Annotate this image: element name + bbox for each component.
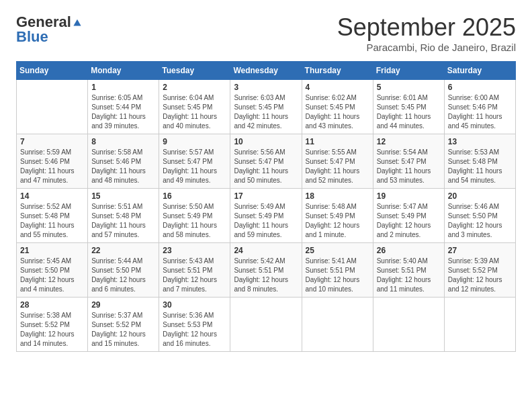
calendar-cell: 30Sunrise: 5:36 AMSunset: 5:53 PMDayligh… bbox=[159, 298, 230, 352]
day-number: 6 bbox=[448, 83, 512, 92]
day-number: 14 bbox=[20, 191, 84, 201]
day-number: 24 bbox=[234, 246, 298, 255]
logo-icon bbox=[73, 17, 82, 27]
calendar-week-row: 28Sunrise: 5:38 AMSunset: 5:52 PMDayligh… bbox=[17, 298, 516, 352]
calendar-cell: 16Sunrise: 5:50 AMSunset: 5:49 PMDayligh… bbox=[159, 189, 230, 243]
calendar-cell: 21Sunrise: 5:45 AMSunset: 5:50 PMDayligh… bbox=[17, 243, 88, 298]
day-number: 7 bbox=[20, 137, 84, 146]
day-info: Sunrise: 5:47 AMSunset: 5:49 PMDaylight:… bbox=[377, 202, 441, 240]
day-info: Sunrise: 6:02 AMSunset: 5:45 PMDaylight:… bbox=[306, 93, 369, 131]
calendar-cell: 23Sunrise: 5:43 AMSunset: 5:51 PMDayligh… bbox=[159, 243, 230, 298]
day-number: 12 bbox=[377, 137, 441, 146]
day-info: Sunrise: 5:56 AMSunset: 5:47 PMDaylight:… bbox=[234, 148, 298, 185]
day-number: 8 bbox=[91, 137, 155, 146]
calendar-week-row: 7Sunrise: 5:59 AMSunset: 5:46 PMDaylight… bbox=[17, 134, 516, 189]
calendar-cell: 29Sunrise: 5:37 AMSunset: 5:52 PMDayligh… bbox=[88, 298, 159, 352]
day-info: Sunrise: 5:54 AMSunset: 5:47 PMDaylight:… bbox=[377, 148, 441, 185]
day-number: 20 bbox=[448, 191, 512, 201]
logo: General Blue bbox=[16, 13, 82, 46]
day-info: Sunrise: 5:50 AMSunset: 5:49 PMDaylight:… bbox=[163, 202, 226, 240]
calendar-cell: 28Sunrise: 5:38 AMSunset: 5:52 PMDayligh… bbox=[17, 298, 88, 352]
calendar-cell bbox=[373, 298, 444, 352]
calendar-cell: 13Sunrise: 5:53 AMSunset: 5:48 PMDayligh… bbox=[444, 134, 515, 189]
calendar-cell: 27Sunrise: 5:39 AMSunset: 5:52 PMDayligh… bbox=[444, 243, 515, 298]
weekday-header: Sunday bbox=[17, 62, 88, 80]
calendar-cell: 10Sunrise: 5:56 AMSunset: 5:47 PMDayligh… bbox=[230, 134, 302, 189]
calendar-cell: 3Sunrise: 6:03 AMSunset: 5:45 PMDaylight… bbox=[230, 80, 302, 134]
calendar-week-row: 21Sunrise: 5:45 AMSunset: 5:50 PMDayligh… bbox=[17, 243, 516, 298]
day-number: 17 bbox=[234, 191, 298, 201]
calendar-cell: 5Sunrise: 6:01 AMSunset: 5:45 PMDaylight… bbox=[373, 80, 444, 134]
day-number: 16 bbox=[163, 191, 226, 201]
day-info: Sunrise: 6:03 AMSunset: 5:45 PMDaylight:… bbox=[234, 93, 298, 131]
day-info: Sunrise: 5:57 AMSunset: 5:47 PMDaylight:… bbox=[163, 148, 226, 185]
location-subtitle: Paracambi, Rio de Janeiro, Brazil bbox=[337, 42, 516, 53]
day-info: Sunrise: 5:55 AMSunset: 5:47 PMDaylight:… bbox=[306, 148, 369, 185]
day-number: 19 bbox=[377, 191, 441, 201]
day-info: Sunrise: 5:36 AMSunset: 5:53 PMDaylight:… bbox=[163, 311, 226, 349]
calendar-header-row: SundayMondayTuesdayWednesdayThursdayFrid… bbox=[17, 62, 516, 80]
calendar-cell: 9Sunrise: 5:57 AMSunset: 5:47 PMDaylight… bbox=[159, 134, 230, 189]
day-info: Sunrise: 5:43 AMSunset: 5:51 PMDaylight:… bbox=[163, 257, 226, 294]
day-info: Sunrise: 5:39 AMSunset: 5:52 PMDaylight:… bbox=[448, 257, 512, 294]
day-number: 10 bbox=[234, 137, 298, 146]
day-info: Sunrise: 5:52 AMSunset: 5:48 PMDaylight:… bbox=[20, 202, 84, 240]
day-info: Sunrise: 6:04 AMSunset: 5:45 PMDaylight:… bbox=[163, 93, 226, 131]
day-number: 4 bbox=[306, 83, 369, 92]
day-number: 9 bbox=[163, 137, 226, 146]
day-info: Sunrise: 6:00 AMSunset: 5:46 PMDaylight:… bbox=[448, 93, 512, 131]
calendar-cell: 11Sunrise: 5:55 AMSunset: 5:47 PMDayligh… bbox=[302, 134, 373, 189]
weekday-header: Tuesday bbox=[159, 62, 230, 80]
day-number: 3 bbox=[234, 83, 298, 92]
weekday-header: Thursday bbox=[302, 62, 373, 80]
calendar-cell: 12Sunrise: 5:54 AMSunset: 5:47 PMDayligh… bbox=[373, 134, 444, 189]
day-number: 18 bbox=[306, 191, 369, 201]
calendar-cell bbox=[17, 80, 88, 134]
calendar-cell: 14Sunrise: 5:52 AMSunset: 5:48 PMDayligh… bbox=[17, 189, 88, 243]
calendar-cell bbox=[230, 298, 302, 352]
day-info: Sunrise: 5:42 AMSunset: 5:51 PMDaylight:… bbox=[234, 257, 298, 294]
day-info: Sunrise: 5:46 AMSunset: 5:50 PMDaylight:… bbox=[448, 202, 512, 240]
day-number: 23 bbox=[163, 246, 226, 255]
calendar-cell: 25Sunrise: 5:41 AMSunset: 5:51 PMDayligh… bbox=[302, 243, 373, 298]
day-number: 25 bbox=[306, 246, 369, 255]
day-info: Sunrise: 6:01 AMSunset: 5:45 PMDaylight:… bbox=[377, 93, 441, 131]
page-header: General Blue September 2025 Paracambi, R… bbox=[16, 13, 516, 53]
calendar-cell: 6Sunrise: 6:00 AMSunset: 5:46 PMDaylight… bbox=[444, 80, 515, 134]
day-info: Sunrise: 5:38 AMSunset: 5:52 PMDaylight:… bbox=[20, 311, 84, 349]
calendar-week-row: 14Sunrise: 5:52 AMSunset: 5:48 PMDayligh… bbox=[17, 189, 516, 243]
day-info: Sunrise: 5:49 AMSunset: 5:49 PMDaylight:… bbox=[234, 202, 298, 240]
weekday-header: Friday bbox=[373, 62, 444, 80]
day-number: 2 bbox=[163, 83, 226, 92]
calendar-cell: 26Sunrise: 5:40 AMSunset: 5:51 PMDayligh… bbox=[373, 243, 444, 298]
calendar-cell bbox=[302, 298, 373, 352]
calendar-cell: 22Sunrise: 5:44 AMSunset: 5:50 PMDayligh… bbox=[88, 243, 159, 298]
calendar-cell: 7Sunrise: 5:59 AMSunset: 5:46 PMDaylight… bbox=[17, 134, 88, 189]
day-number: 15 bbox=[91, 191, 155, 201]
calendar-cell: 19Sunrise: 5:47 AMSunset: 5:49 PMDayligh… bbox=[373, 189, 444, 243]
calendar-week-row: 1Sunrise: 6:05 AMSunset: 5:44 PMDaylight… bbox=[17, 80, 516, 134]
day-info: Sunrise: 5:44 AMSunset: 5:50 PMDaylight:… bbox=[91, 257, 155, 294]
calendar-cell bbox=[444, 298, 515, 352]
calendar-table: SundayMondayTuesdayWednesdayThursdayFrid… bbox=[16, 61, 516, 352]
day-number: 30 bbox=[163, 300, 226, 310]
day-number: 13 bbox=[448, 137, 512, 146]
day-info: Sunrise: 5:59 AMSunset: 5:46 PMDaylight:… bbox=[20, 148, 84, 185]
day-info: Sunrise: 5:53 AMSunset: 5:48 PMDaylight:… bbox=[448, 148, 512, 185]
calendar-cell: 2Sunrise: 6:04 AMSunset: 5:45 PMDaylight… bbox=[159, 80, 230, 134]
svg-marker-0 bbox=[73, 19, 81, 26]
calendar-cell: 1Sunrise: 6:05 AMSunset: 5:44 PMDaylight… bbox=[88, 80, 159, 134]
day-number: 11 bbox=[306, 137, 369, 146]
day-info: Sunrise: 5:37 AMSunset: 5:52 PMDaylight:… bbox=[91, 311, 155, 349]
day-number: 28 bbox=[20, 300, 84, 310]
day-info: Sunrise: 5:48 AMSunset: 5:49 PMDaylight:… bbox=[306, 202, 369, 240]
day-info: Sunrise: 5:51 AMSunset: 5:48 PMDaylight:… bbox=[91, 202, 155, 240]
calendar-cell: 20Sunrise: 5:46 AMSunset: 5:50 PMDayligh… bbox=[444, 189, 515, 243]
day-info: Sunrise: 5:58 AMSunset: 5:46 PMDaylight:… bbox=[91, 148, 155, 185]
weekday-header: Saturday bbox=[444, 62, 515, 80]
day-info: Sunrise: 5:45 AMSunset: 5:50 PMDaylight:… bbox=[20, 257, 84, 294]
calendar-cell: 15Sunrise: 5:51 AMSunset: 5:48 PMDayligh… bbox=[88, 189, 159, 243]
calendar-cell: 17Sunrise: 5:49 AMSunset: 5:49 PMDayligh… bbox=[230, 189, 302, 243]
day-number: 27 bbox=[448, 246, 512, 255]
day-number: 26 bbox=[377, 246, 441, 255]
